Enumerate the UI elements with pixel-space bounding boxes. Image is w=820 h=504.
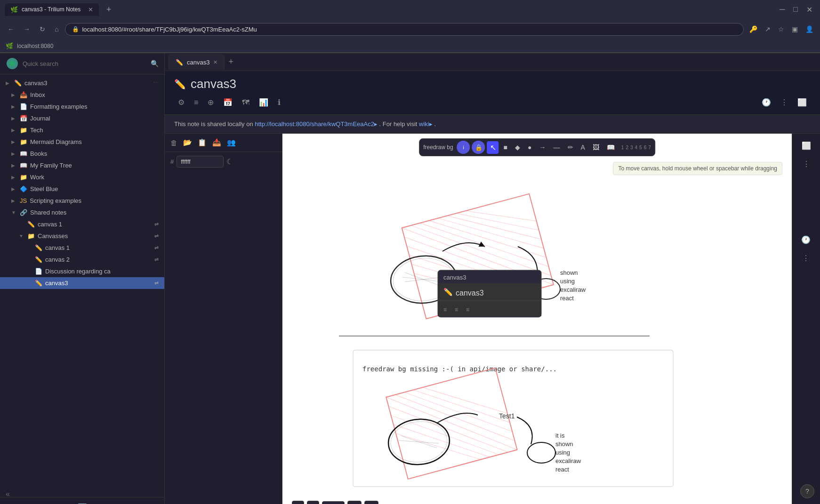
share-text-before: This note is shared locally on <box>174 120 253 128</box>
arrow-tool-button[interactable]: → <box>537 142 549 153</box>
zoom-out-button[interactable]: − <box>292 501 304 504</box>
layers-button[interactable]: 🗂 <box>25 502 37 504</box>
svg-line-9 <box>466 194 537 238</box>
sidebar-item-steel-blue[interactable]: ▶ 🔷 Steel Blue <box>0 183 164 195</box>
sidebar-item-mermaid-diagrams[interactable]: ▶ 📁 Mermaid Diagrams <box>0 136 164 148</box>
line-tool-button[interactable]: — <box>551 142 563 153</box>
sliders-button[interactable]: ⚙ <box>174 96 188 109</box>
minimize-button[interactable]: ─ <box>777 3 788 16</box>
svg-text:using: using <box>560 278 575 285</box>
tab-close-button[interactable]: ✕ <box>213 59 217 65</box>
sidebar-item-inbox[interactable]: ▶ 📥 Inbox <box>0 89 164 101</box>
sidebar-item-label: canvas 2 <box>45 256 152 263</box>
sidebar-item-my-family-tree[interactable]: ▶ 📖 My Family Tree <box>0 160 164 171</box>
image-tool-button[interactable]: 🖼 <box>590 142 602 153</box>
draw-tool-button[interactable]: ✏ <box>565 142 576 153</box>
sidebar-item-canvas1-shared[interactable]: ✏️ canvas 1 ⇌ <box>0 218 164 230</box>
canvas-bottom-toolbar: − + 90% ↩ ↪ <box>292 501 378 504</box>
undo-button[interactable]: ↩ <box>347 501 362 504</box>
sidebar-item-label: Work <box>30 174 159 181</box>
calendar-button[interactable]: 📅 <box>219 96 236 109</box>
history-panel-button[interactable]: 🕐 <box>798 232 813 247</box>
dark-mode-toggle[interactable]: ☾ <box>226 157 233 166</box>
share-canvas-button[interactable]: 👥 <box>225 136 238 149</box>
sidebar-item-scripting-examples[interactable]: ▶ JS Scripting examples <box>0 195 164 207</box>
sidebar-item-canvas3-active[interactable]: ✏️ canvas3 ⇌ <box>0 277 164 289</box>
svg-line-40 <box>404 368 512 456</box>
export-button[interactable]: 📋 <box>196 136 209 149</box>
home-button[interactable]: ⌂ <box>52 24 61 35</box>
canvas-svg: shown using excaliraw react canvas3 ✏️ c… <box>282 134 792 504</box>
key-icon[interactable]: 🔑 <box>748 24 759 35</box>
map-button[interactable]: 🗺 <box>238 96 253 109</box>
svg-line-44 <box>391 391 499 479</box>
sidebar-item-discussion-regarding[interactable]: 📄 Discussion regarding ca <box>0 265 164 277</box>
browser-chrome: 🌿 canvas3 - Trilium Notes ✕ + ─ □ ✕ ← → … <box>0 0 820 53</box>
delete-tool-button[interactable]: 🗑 <box>169 137 179 149</box>
color-hex-input[interactable] <box>177 156 224 168</box>
share-icon[interactable]: ↗ <box>763 24 772 35</box>
book-tool-button[interactable]: 📖 <box>604 142 618 153</box>
expand-button[interactable]: ⬜ <box>794 96 811 109</box>
content-tab-canvas3[interactable]: ✏️ canvas3 ✕ <box>169 55 225 70</box>
profile-icon[interactable]: 👤 <box>804 24 815 35</box>
svg-text:≡: ≡ <box>443 306 447 313</box>
bookmark-label[interactable]: localhost:8080 <box>17 43 53 49</box>
ellipse-tool-button[interactable]: ● <box>525 142 534 153</box>
zoom-in-button[interactable]: + <box>307 501 319 504</box>
wiki-link[interactable]: wiki▸ <box>419 120 433 128</box>
panel-more-button[interactable]: ⋮ <box>800 157 813 171</box>
info-button[interactable]: ℹ <box>274 96 284 109</box>
sidebar-item-journal[interactable]: ▶ 📅 Journal <box>0 112 164 124</box>
sidebar-item-canvas1-canvasses[interactable]: ✏️ canvas 1 ⇌ <box>0 242 164 254</box>
text-tool-button[interactable]: A <box>578 142 588 153</box>
history-button[interactable]: 🕐 <box>758 96 775 109</box>
more-button[interactable]: ⋮ <box>777 96 792 109</box>
hash-icon: # <box>170 158 174 165</box>
canvas-drawing[interactable]: freedraw bg i 🔒 ↖ ■ ◆ ● → — ✏ A 🖼 📖 1 2 <box>282 134 792 504</box>
tab-close-icon[interactable]: ✕ <box>88 6 93 13</box>
maximize-button[interactable]: □ <box>790 3 801 16</box>
layout-icon[interactable]: ▣ <box>790 24 800 35</box>
browser-tab[interactable]: 🌿 canvas3 - Trilium Notes ✕ <box>5 3 99 16</box>
expand-panel-button[interactable]: ⬜ <box>799 138 814 153</box>
align-button[interactable]: ≡ <box>190 96 202 109</box>
sidebar-item-formatting-examples[interactable]: ▶ 📄 Formatting examples <box>0 101 164 112</box>
sidebar-item-canvas2-canvasses[interactable]: ✏️ canvas 2 ⇌ <box>0 254 164 265</box>
refresh-button[interactable]: ↻ <box>37 24 48 35</box>
info-tool-button[interactable]: i <box>457 141 470 154</box>
select-tool-button[interactable]: ↖ <box>487 141 499 154</box>
forward-button[interactable]: → <box>21 24 33 35</box>
sidebar-item-books[interactable]: ▶ 📖 Books <box>0 148 164 160</box>
back-button[interactable]: ← <box>5 24 17 35</box>
tab-bar: ✏️ canvas3 ✕ + <box>165 53 820 71</box>
sidebar-item-canvas3-parent[interactable]: ▶ ✏️ canvas3 ⋯ <box>0 77 164 89</box>
share-url-link[interactable]: http://localhost:8080/share/kwQT3mEeaAc2… <box>255 120 378 128</box>
sidebar-item-shared-notes[interactable]: ▼ 🔗 Shared notes <box>0 207 164 218</box>
freedraw-label: freedraw bg <box>423 144 453 151</box>
redo-button[interactable]: ↪ <box>364 501 378 504</box>
close-window-button[interactable]: ✕ <box>804 3 815 16</box>
note-title-icon: ✏️ <box>174 79 186 90</box>
diamond-tool-button[interactable]: ◆ <box>512 142 523 153</box>
sidebar-item-canvasses[interactable]: ▼ 📁 Canvasses ⇌ <box>0 230 164 242</box>
import-button[interactable]: 📥 <box>210 136 223 149</box>
sidebar-tree: ▶ ✏️ canvas3 ⋯ ▶ 📥 Inbox ▶ 📄 Formatting … <box>0 74 164 497</box>
add-child-note-button[interactable]: ⊕ <box>204 96 217 109</box>
canvas-toolbar-row: 🗑 📂 📋 📥 👥 <box>165 134 282 152</box>
help-button[interactable]: ? <box>800 484 814 498</box>
sync-button[interactable]: 🔄 <box>76 501 89 504</box>
sidebar-item-tech[interactable]: ▶ 📁 Tech <box>0 124 164 136</box>
add-tab-button[interactable]: + <box>225 56 237 68</box>
new-tab-button[interactable]: + <box>103 4 115 16</box>
bookmark-icon[interactable]: ☆ <box>776 24 786 35</box>
settings-button[interactable]: ⚙ <box>129 501 139 504</box>
sidebar-item-work[interactable]: ▶ 📁 Work <box>0 171 164 183</box>
lock-tool-button[interactable]: 🔒 <box>472 141 485 154</box>
rect-tool-button[interactable]: ■ <box>501 142 510 153</box>
chart-button[interactable]: 📊 <box>255 96 272 109</box>
search-input[interactable] <box>23 60 147 67</box>
more-panel-button[interactable]: ⋮ <box>799 251 812 265</box>
open-folder-button[interactable]: 📂 <box>181 136 194 149</box>
address-bar[interactable]: 🔒 localhost:8080/#root/share/TFjC9bJj96i… <box>65 23 744 36</box>
